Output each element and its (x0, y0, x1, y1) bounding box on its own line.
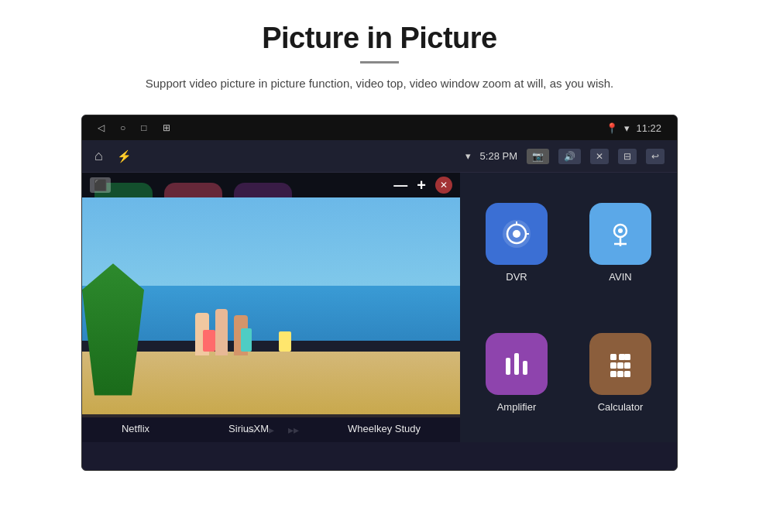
dvr-label: DVR (506, 271, 527, 283)
avin-icon (603, 217, 637, 251)
pip-header-left: ⬛ (90, 177, 111, 193)
title-divider (360, 61, 399, 63)
amplifier-label: Amplifier (497, 401, 537, 413)
nav-bar: ⌂ ⚡ ▾ 5:28 PM 📷 🔊 ✕ ⊟ ↩ (82, 140, 677, 173)
amplifier-app-item[interactable]: Amplifier (468, 311, 565, 434)
pip-video-content (82, 197, 460, 417)
svg-rect-8 (514, 353, 519, 375)
screenshot-nav-icon[interactable]: ⊞ (163, 122, 170, 133)
left-video-section: ⬛ — + ✕ (82, 173, 460, 442)
status-bar-left: ◁ ○ □ ⊞ (98, 122, 170, 133)
window-btn[interactable]: ⊟ (618, 149, 637, 164)
svg-rect-17 (617, 371, 623, 377)
svg-rect-14 (617, 362, 623, 369)
nav-time: 5:28 PM (480, 150, 517, 162)
calculator-app-item[interactable]: Calculator (572, 311, 669, 434)
svg-rect-12 (624, 354, 630, 360)
dvr-icon-wrap (486, 203, 548, 265)
clothes-3 (279, 331, 291, 352)
pip-record-icon: ⬛ (90, 177, 111, 193)
svg-point-2 (513, 230, 520, 238)
avin-icon-wrap (589, 203, 651, 265)
pip-controls: — + ✕ (393, 177, 452, 194)
calculator-icon-wrap (589, 333, 651, 395)
wifi-icon: ▾ (624, 122, 630, 134)
dvr-icon (500, 217, 534, 251)
pip-expand-btn[interactable]: + (417, 177, 426, 194)
nav-bar-left: ⌂ ⚡ (94, 148, 132, 164)
page-subtitle: Support video picture in picture functio… (108, 74, 651, 93)
person-2 (215, 309, 228, 355)
svg-rect-7 (506, 358, 510, 375)
svg-rect-15 (624, 362, 630, 369)
calculator-icon (603, 347, 637, 381)
calculator-label: Calculator (598, 401, 644, 413)
home-icon[interactable]: ⌂ (94, 148, 103, 164)
location-icon: 📍 (606, 122, 618, 134)
wifi-signal-icon: ▾ (465, 150, 471, 162)
back-nav-icon[interactable]: ◁ (98, 122, 105, 133)
home-nav-icon[interactable]: ○ (120, 122, 125, 133)
content-area: ⬛ — + ✕ (82, 173, 677, 442)
pip-header: ⬛ — + ✕ (82, 173, 460, 197)
svg-rect-9 (523, 361, 527, 375)
dvr-app-item[interactable]: DVR (468, 180, 565, 304)
pip-close-btn[interactable]: ✕ (435, 177, 452, 194)
netflix-label: Netflix (122, 423, 149, 434)
amplifier-icon (500, 347, 534, 381)
clothes-2 (241, 328, 252, 352)
pip-minimize-btn[interactable]: — (393, 177, 407, 194)
nav-bar-right: ▾ 5:28 PM 📷 🔊 ✕ ⊟ ↩ (465, 149, 665, 164)
svg-rect-10 (610, 354, 616, 360)
volume-btn[interactable]: 🔊 (558, 149, 581, 164)
wheelkey-label: Wheelkey Study (348, 423, 421, 434)
usb-icon: ⚡ (117, 149, 132, 163)
svg-rect-13 (610, 362, 616, 369)
avin-app-item[interactable]: AVIN (572, 180, 669, 304)
camera-btn[interactable]: 📷 (527, 149, 549, 164)
siriusxm-label: SiriusXM (228, 423, 269, 434)
svg-rect-16 (610, 371, 616, 377)
app-grid: DVR AVIN (460, 173, 677, 442)
svg-rect-11 (619, 354, 625, 360)
recents-nav-icon[interactable]: □ (141, 122, 146, 133)
device-frame: ◁ ○ □ ⊞ 📍 ▾ 11:22 ⌂ ⚡ ▾ 5:28 PM 📷 🔊 ✕ ⊟ … (81, 115, 678, 471)
pip-window: ⬛ — + ✕ (82, 173, 460, 442)
page-header: Picture in Picture Support video picture… (0, 0, 759, 101)
bottom-labels: Netflix SiriusXM Wheelkey Study (82, 414, 460, 442)
svg-point-4 (618, 228, 623, 233)
status-bar: ◁ ○ □ ⊞ 📍 ▾ 11:22 (82, 115, 677, 140)
page-title: Picture in Picture (31, 22, 728, 55)
pip-sand (82, 352, 460, 417)
svg-rect-18 (624, 371, 630, 377)
avin-label: AVIN (609, 271, 631, 283)
status-bar-right: 📍 ▾ 11:22 (606, 122, 661, 134)
clothes-1 (203, 330, 215, 352)
amplifier-icon-wrap (486, 333, 548, 395)
status-time: 11:22 (636, 122, 661, 134)
back-btn[interactable]: ↩ (646, 149, 665, 164)
close-btn[interactable]: ✕ (590, 149, 609, 164)
